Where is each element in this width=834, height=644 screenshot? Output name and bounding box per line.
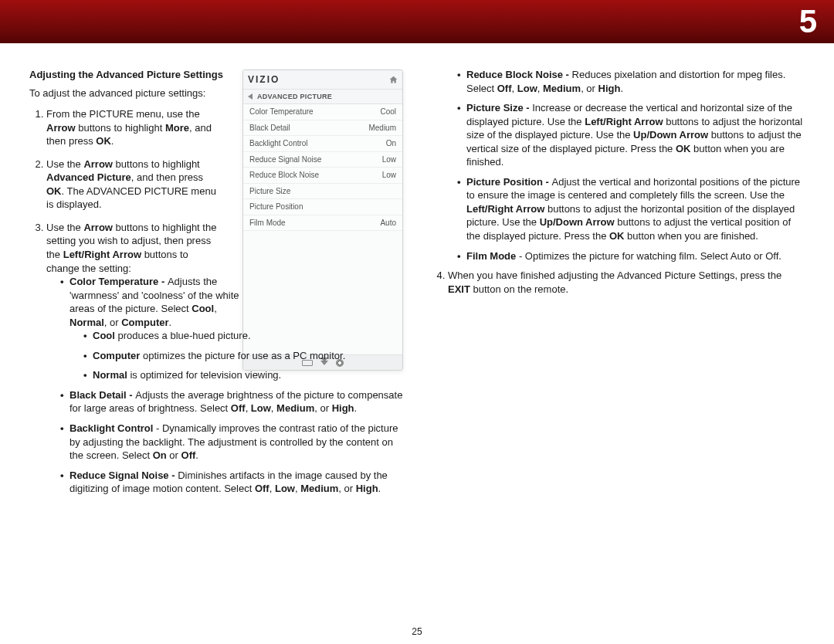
back-icon: [248, 93, 253, 100]
menu-row: Color TemperatureCool: [243, 104, 402, 120]
left-column: VIZIO ADVANCED PICTURE Color Temperature…: [29, 68, 403, 505]
home-icon: [389, 76, 398, 84]
color-temp-options: Cool produces a blue-hued picture. Compu…: [70, 329, 403, 382]
menu-row: Backlight ControlOn: [243, 136, 402, 152]
setting-color-temperature: Color Temperature - Adjusts the 'warmnes…: [60, 275, 403, 382]
settings-list-cont: Reduce Block Noise - Reduces pixelation …: [431, 68, 805, 263]
menu-row: Picture Size: [243, 184, 402, 200]
menu-breadcrumb-label: ADVANCED PICTURE: [257, 92, 332, 101]
step-4: When you have finished adjusting the Adv…: [448, 269, 805, 296]
setting-backlight-control: Backlight Control - Dynamically improves…: [60, 422, 403, 463]
chapter-number: 5: [799, 0, 817, 43]
menu-header: VIZIO: [243, 70, 402, 90]
setting-picture-size: Picture Size - Increase or decrease the …: [457, 101, 805, 169]
menu-row: Black DetailMedium: [243, 120, 402, 137]
page-number: 25: [0, 625, 834, 638]
right-column: Reduce Block Noise - Reduces pixelation …: [431, 68, 805, 505]
menu-row: Reduce Signal NoiseLow: [243, 152, 402, 168]
setting-picture-position: Picture Position - Adjust the vertical a…: [457, 175, 805, 243]
ct-computer: Computer optimizes the picture for use a…: [83, 349, 403, 363]
setting-black-detail: Black Detail - Adjusts the average brigh…: [60, 388, 403, 415]
vizio-logo: VIZIO: [248, 73, 280, 86]
setting-film-mode: Film Mode - Optimizes the picture for wa…: [457, 249, 805, 263]
page-body: VIZIO ADVANCED PICTURE Color Temperature…: [0, 43, 834, 505]
settings-list: Color Temperature - Adjusts the 'warmnes…: [46, 275, 403, 496]
menu-row: Reduce Block NoiseLow: [243, 168, 402, 184]
setting-reduce-block-noise: Reduce Block Noise - Reduces pixelation …: [457, 68, 805, 95]
ct-cool: Cool produces a blue-hued picture.: [83, 329, 403, 343]
menu-row: Picture Position: [243, 199, 402, 215]
menu-row: Film ModeAuto: [243, 215, 402, 232]
setting-reduce-signal-noise: Reduce Signal Noise - Diminishes artifac…: [60, 469, 403, 496]
chapter-banner: 5: [0, 0, 834, 43]
menu-breadcrumb: ADVANCED PICTURE: [243, 90, 402, 104]
ct-normal: Normal is optimized for television viewi…: [83, 368, 403, 382]
steps-list-cont: When you have finished adjusting the Adv…: [431, 269, 805, 296]
